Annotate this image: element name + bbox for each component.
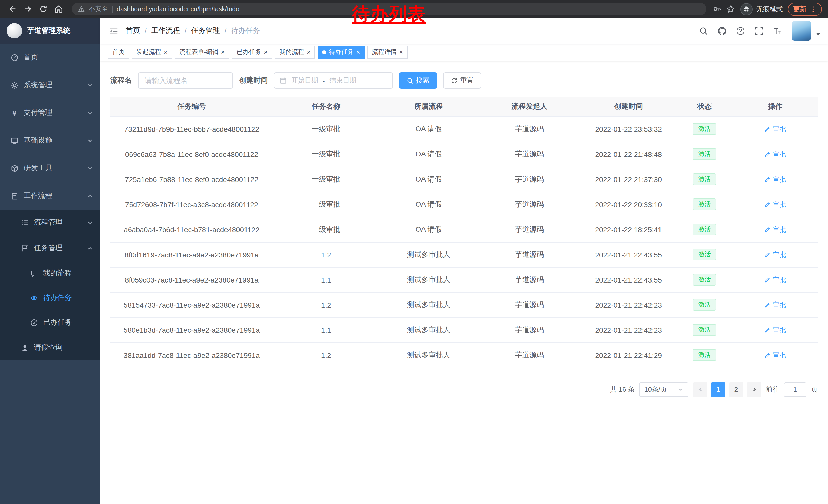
sidebar-item-infra[interactable]: 基础设施 (0, 127, 100, 154)
breadcrumb-task-mgmt[interactable]: 任务管理 (191, 26, 220, 35)
page-size-select[interactable]: 10条/页 (639, 382, 689, 397)
approve-button[interactable]: 审批 (764, 124, 786, 134)
url-text[interactable]: dashboard.yudao.iocoder.cn/bpm/task/todo (117, 5, 239, 12)
col-task-id: 任务编号 (110, 97, 273, 117)
app-logo-avatar (7, 23, 22, 39)
home-icon[interactable] (51, 2, 66, 16)
sidebar-item-my-process[interactable]: 我的流程 (0, 261, 100, 286)
approve-button[interactable]: 审批 (764, 175, 786, 184)
approve-button[interactable]: 审批 (764, 300, 786, 310)
approve-button[interactable]: 审批 (764, 275, 786, 284)
back-icon[interactable] (5, 2, 19, 16)
approve-button[interactable]: 审批 (764, 225, 786, 234)
search-icon[interactable] (695, 22, 711, 40)
approve-button[interactable]: 审批 (764, 351, 786, 360)
tab-form-edit[interactable]: 流程表单-编辑× (175, 45, 229, 59)
approve-button[interactable]: 审批 (764, 149, 786, 159)
close-icon[interactable]: × (221, 49, 225, 55)
sidebar-item-done-tasks[interactable]: 已办任务 (0, 310, 100, 335)
page-button-2[interactable]: 2 (729, 382, 743, 397)
breadcrumb-home[interactable]: 首页 (126, 26, 140, 35)
tab-my-process[interactable]: 我的流程× (275, 45, 315, 59)
close-icon[interactable]: × (399, 49, 403, 55)
breadcrumb-workflow[interactable]: 工作流程 (151, 26, 180, 35)
cell-status: 激活 (676, 167, 733, 192)
tab-home[interactable]: 首页 (108, 45, 129, 59)
table-row: 725a1eb6-7b88-11ec-8ef0-acde48001122 一级审… (110, 167, 818, 192)
reload-icon[interactable] (36, 2, 50, 16)
cell-status: 激活 (676, 141, 733, 167)
tab-label: 首页 (112, 48, 125, 56)
sidebar-item-devtools[interactable]: 研发工具 (0, 154, 100, 182)
cell-task-name: 一级审批 (273, 117, 379, 141)
cell-status: 激活 (676, 217, 733, 242)
close-icon[interactable]: × (164, 49, 167, 55)
sidebar-item-leave-query[interactable]: 请假查询 (0, 335, 100, 360)
cell-create-time: 2022-01-22 20:33:10 (581, 192, 676, 217)
tab-todo-tasks[interactable]: 待办任务× (318, 45, 365, 59)
cell-create-time: 2022-01-22 21:37:30 (581, 167, 676, 192)
page-button-1[interactable]: 1 (711, 382, 726, 397)
tab-process-detail[interactable]: 流程详情× (367, 45, 408, 59)
close-icon[interactable]: × (264, 49, 267, 55)
cell-create-time: 2022-01-22 21:48:48 (581, 141, 676, 167)
cell-actions: 审批 (733, 317, 818, 342)
app-logo[interactable]: 芋道管理系统 (0, 18, 100, 44)
edit-icon (764, 251, 771, 258)
next-page-button[interactable] (747, 382, 761, 397)
sidebar-item-payment[interactable]: ¥ 支付管理 (0, 99, 100, 127)
table-row: 58154733-7ac8-11ec-a9e2-a2380e71991a 1.2… (110, 292, 818, 317)
list-icon (20, 218, 29, 227)
end-date-placeholder[interactable]: 结束日期 (330, 76, 356, 85)
search-button[interactable]: 搜索 (399, 72, 437, 89)
sidebar-item-task-mgmt[interactable]: 任务管理 (0, 235, 100, 261)
approve-button[interactable]: 审批 (764, 325, 786, 334)
top-navbar: 首页 / 工作流程 / 任务管理 / 待办任务 (100, 18, 828, 44)
table-body: 73211d9d-7b9b-11ec-b5b7-acde48001122 一级审… (110, 117, 818, 368)
approve-button[interactable]: 审批 (764, 250, 786, 259)
close-icon[interactable]: × (356, 49, 360, 55)
edit-icon (764, 302, 771, 308)
cell-initiator: 芋道源码 (478, 117, 581, 141)
avatar[interactable] (792, 21, 811, 41)
chevron-down-icon[interactable] (816, 32, 821, 37)
cell-status: 激活 (676, 267, 733, 292)
date-range-picker[interactable]: 开始日期 - 结束日期 (274, 72, 393, 89)
sidebar-item-workflow[interactable]: 工作流程 (0, 182, 100, 210)
warning-icon (78, 6, 85, 12)
cell-status: 激活 (676, 242, 733, 267)
approve-button[interactable]: 审批 (764, 200, 786, 209)
github-icon[interactable] (714, 22, 730, 40)
chevron-down-icon (87, 220, 93, 225)
sidebar-item-home[interactable]: 首页 (0, 44, 100, 71)
help-icon[interactable] (732, 22, 748, 40)
cell-actions: 审批 (733, 342, 818, 368)
update-button[interactable]: 更新 (788, 2, 822, 16)
sidebar-item-todo-tasks[interactable]: 待办任务 (0, 286, 100, 310)
tab-start-process[interactable]: 发起流程× (132, 45, 172, 59)
key-icon[interactable] (713, 5, 721, 13)
font-size-icon[interactable] (769, 22, 785, 40)
cell-task-name: 一级审批 (273, 192, 379, 217)
forward-icon[interactable] (20, 2, 35, 16)
edit-icon (764, 201, 771, 208)
fullscreen-icon[interactable] (750, 22, 767, 40)
sidebar-collapse-icon[interactable] (104, 21, 123, 40)
sidebar-item-system[interactable]: 系统管理 (0, 71, 100, 99)
approve-label: 审批 (773, 200, 786, 209)
calendar-icon (280, 77, 287, 84)
start-date-placeholder[interactable]: 开始日期 (291, 76, 318, 85)
process-name-input[interactable] (138, 72, 233, 89)
close-icon[interactable]: × (307, 49, 310, 55)
security-label[interactable]: 不安全 (89, 5, 108, 13)
goto-page-input[interactable] (784, 382, 806, 397)
sidebar-item-process-mgmt[interactable]: 流程管理 (0, 210, 100, 235)
prev-page-button[interactable] (693, 382, 707, 397)
tab-done-tasks[interactable]: 已办任务× (232, 45, 272, 59)
reset-button[interactable]: 重置 (443, 72, 481, 89)
cell-process: OA 请假 (379, 117, 478, 141)
gear-icon (10, 81, 18, 89)
incognito-chip[interactable]: 无痕模式 (740, 3, 783, 15)
star-icon[interactable] (727, 5, 735, 13)
approve-label: 审批 (773, 175, 786, 184)
